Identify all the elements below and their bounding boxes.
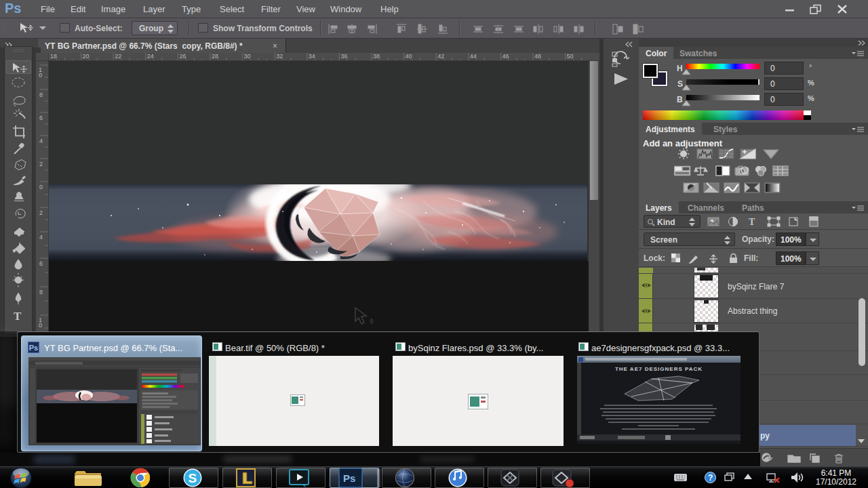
svg-text:44: 44 (470, 53, 477, 60)
svg-text:24: 24 (147, 53, 154, 60)
svg-text:4: 4 (39, 138, 43, 144)
svg-text:8: 8 (39, 289, 43, 296)
svg-text:46: 46 (502, 53, 509, 60)
svg-text:T: T (14, 310, 21, 321)
svg-text:40: 40 (406, 53, 412, 60)
svg-text:30: 30 (244, 53, 251, 60)
svg-text:0: 0 (39, 184, 43, 190)
svg-text:34: 34 (309, 53, 315, 60)
svg-text:28: 28 (212, 53, 218, 60)
svg-text:38: 38 (373, 53, 380, 60)
svg-text:2: 2 (39, 161, 43, 167)
svg-text:26: 26 (179, 53, 186, 60)
svg-text:32: 32 (276, 53, 283, 60)
svg-text:18: 18 (50, 53, 57, 60)
svg-text:2: 2 (39, 209, 43, 216)
svg-text:6: 6 (39, 260, 43, 267)
svg-text:?: ? (708, 473, 713, 483)
svg-text:8: 8 (39, 92, 43, 98)
svg-text:4: 4 (39, 234, 43, 241)
svg-text:0: 0 (39, 72, 42, 79)
svg-text:36: 36 (340, 53, 347, 60)
svg-text:6: 6 (39, 115, 43, 121)
svg-text:50: 50 (567, 53, 574, 60)
svg-text:T: T (749, 217, 755, 227)
svg-text:20: 20 (83, 53, 90, 60)
svg-text:0: 0 (39, 322, 42, 329)
svg-text:42: 42 (437, 53, 444, 60)
svg-text:22: 22 (115, 53, 121, 60)
svg-text:Ps: Ps (343, 472, 355, 484)
svg-text:48: 48 (534, 53, 541, 60)
svg-text:S: S (189, 471, 197, 485)
